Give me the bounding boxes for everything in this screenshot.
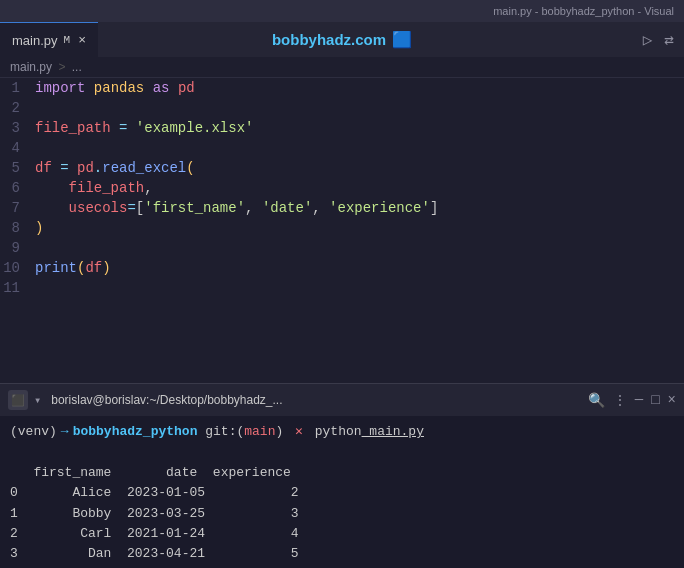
line-content-4	[35, 138, 684, 158]
line-content-2	[35, 98, 684, 118]
line-content-5: df = pd.read_excel(	[35, 158, 684, 178]
line-content-9	[35, 238, 684, 258]
line-content-11	[35, 278, 684, 298]
output-header: first_name date experience	[10, 465, 291, 480]
split-editor-button[interactable]: ⇄	[664, 30, 674, 50]
output-row-3: 3 Dan 2023-04-21 5	[10, 546, 299, 561]
line-number-6: 6	[0, 178, 35, 198]
code-line-7: 7 usecols=['first_name', 'date', 'experi…	[0, 198, 684, 218]
code-line-2: 2	[0, 98, 684, 118]
code-line-11: 11	[0, 278, 684, 298]
code-lines: 1 import pandas as pd 2 3 file_path = 'e…	[0, 78, 684, 298]
line-content-7: usecols=['first_name', 'date', 'experien…	[35, 198, 684, 218]
breadcrumb: main.py > ...	[0, 57, 684, 78]
terminal-dropdown[interactable]: ▾	[34, 393, 41, 408]
code-line-1: 1 import pandas as pd	[0, 78, 684, 98]
terminal-close-button[interactable]: ×	[668, 392, 676, 408]
line-number-1: 1	[0, 78, 35, 98]
terminal-search-button[interactable]: 🔍	[588, 392, 605, 409]
line-number-3: 3	[0, 118, 35, 138]
line-number-2: 2	[0, 98, 35, 118]
breadcrumb-sep: >	[58, 60, 68, 74]
terminal-header: ⬛ ▾ borislav@borislav:~/Desktop/bobbyhad…	[0, 384, 684, 416]
terminal-actions: 🔍 ⋮ ─ □ ×	[588, 392, 676, 409]
line-content-10: print(df)	[35, 258, 684, 278]
tab-close-button[interactable]: ×	[78, 33, 86, 48]
line-number-11: 11	[0, 278, 35, 298]
line-number-4: 4	[0, 138, 35, 158]
output-row-1: 1 Bobby 2023-03-25 3	[10, 506, 299, 521]
title-bar: main.py - bobbyhadz_python - Visual	[0, 0, 684, 22]
code-line-5: 5 df = pd.read_excel(	[0, 158, 684, 178]
breadcrumb-context: ...	[72, 60, 82, 74]
tab-filename: main.py	[12, 33, 58, 48]
terminal-icon-symbol: ⬛	[11, 394, 25, 407]
terminal-title: borislav@borislav:~/Desktop/bobbyhadz_..…	[51, 393, 582, 407]
code-line-9: 9	[0, 238, 684, 258]
line-number-5: 5	[0, 158, 35, 178]
line-content-8: )	[35, 218, 684, 238]
arrow-1: →	[61, 422, 69, 442]
line-number-7: 7	[0, 198, 35, 218]
site-icon: 🟦	[392, 30, 412, 50]
git-label-1: git:(	[197, 422, 244, 442]
site-name: bobbyhadz.com	[272, 31, 386, 48]
venv-label-1: (venv)	[10, 422, 57, 442]
terminal-more-button[interactable]: ⋮	[613, 392, 627, 409]
git-close-1: )	[275, 422, 283, 442]
x-marker-1: ✕	[287, 422, 303, 442]
output-row-2: 2 Carl 2021-01-24 4	[10, 526, 299, 541]
terminal-icon: ⬛	[8, 390, 28, 410]
tab-bar-center: bobbyhadz.com 🟦	[272, 30, 412, 50]
code-line-6: 6 file_path,	[0, 178, 684, 198]
line-content-3: file_path = 'example.xlsx'	[35, 118, 684, 138]
breadcrumb-file: main.py	[10, 60, 52, 74]
terminal-panel: ⬛ ▾ borislav@borislav:~/Desktop/bobbyhad…	[0, 383, 684, 568]
line-number-10: 10	[0, 258, 35, 278]
terminal-restore-button[interactable]: □	[651, 392, 659, 408]
window-title: main.py - bobbyhadz_python - Visual	[493, 5, 674, 17]
terminal-prompt-1: (venv) → bobbyhadz_python git:(main) ✕ p…	[10, 422, 674, 442]
code-line-3: 3 file_path = 'example.xlsx'	[0, 118, 684, 138]
run-button[interactable]: ▷	[643, 30, 653, 50]
code-editor: 1 import pandas as pd 2 3 file_path = 'e…	[0, 78, 684, 383]
file-label: main.py	[362, 422, 424, 442]
active-tab[interactable]: main.py M ×	[0, 22, 98, 57]
tab-bar-actions: ▷ ⇄	[643, 30, 674, 50]
terminal-minimize-button[interactable]: ─	[635, 392, 643, 408]
line-content-1: import pandas as pd	[35, 78, 684, 98]
terminal-body[interactable]: (venv) → bobbyhadz_python git:(main) ✕ p…	[0, 416, 684, 568]
branch-label-1: main	[244, 422, 275, 442]
cmd-label: python	[307, 422, 362, 442]
line-content-6: file_path,	[35, 178, 684, 198]
dir-label-1: bobbyhadz_python	[73, 422, 198, 442]
output-row-0: 0 Alice 2023-01-05 2	[10, 485, 299, 500]
code-line-10: 10 print(df)	[0, 258, 684, 278]
code-line-8: 8 )	[0, 218, 684, 238]
tab-bar: main.py M × bobbyhadz.com 🟦 ▷ ⇄	[0, 22, 684, 57]
code-line-4: 4	[0, 138, 684, 158]
tab-modified-indicator: M	[64, 34, 71, 46]
line-number-9: 9	[0, 238, 35, 258]
terminal-output: first_name date experience 0 Alice 2023-…	[10, 443, 674, 568]
line-number-8: 8	[0, 218, 35, 238]
